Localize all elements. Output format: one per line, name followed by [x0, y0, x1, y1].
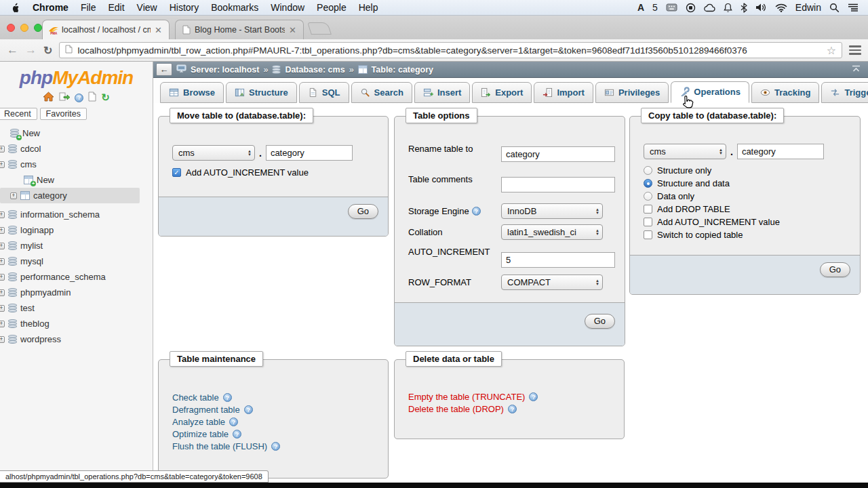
move-table-input[interactable]: [266, 145, 353, 161]
collapse-navigation-button[interactable]: ←: [156, 63, 172, 76]
tab-browse[interactable]: Browse: [160, 82, 224, 103]
forward-button[interactable]: →: [25, 43, 37, 57]
expand-icon[interactable]: [0, 243, 5, 249]
spotlight-search-icon[interactable]: [829, 3, 840, 13]
tree-item-wordpress[interactable]: wordpress: [0, 331, 153, 347]
defragment-table-link[interactable]: Defragment table: [172, 405, 240, 415]
drop-table-link[interactable]: Delete the table (DROP): [408, 404, 504, 414]
breadcrumb-server[interactable]: Server: localhost: [191, 65, 259, 75]
bluetooth-icon[interactable]: [741, 3, 747, 13]
menu-edit[interactable]: Edit: [102, 2, 130, 13]
tree-item-new-table[interactable]: +New: [0, 172, 153, 188]
tree-item-phpmyadmin[interactable]: phpmyadmin: [0, 285, 153, 300]
help-icon[interactable]: ?: [223, 393, 232, 402]
autoincrement-input[interactable]: [501, 252, 615, 268]
browser-tab-blog[interactable]: Blog Home - Start Bootstra ✕: [175, 20, 304, 39]
tree-item-cdcol[interactable]: cdcol: [0, 141, 153, 157]
flush-table-link[interactable]: Flush the table (FLUSH): [172, 441, 267, 451]
optimize-table-link[interactable]: Optimize table: [172, 429, 229, 439]
refresh-icon[interactable]: ↻: [101, 92, 110, 104]
expand-icon[interactable]: [0, 258, 5, 265]
data-only-radio[interactable]: [644, 192, 652, 201]
help-icon[interactable]: ?: [233, 430, 241, 439]
collation-select[interactable]: latin1_swedish_ci▲▼: [501, 224, 603, 240]
menu-bookmarks[interactable]: Bookmarks: [205, 2, 264, 13]
window-close-button[interactable]: [7, 24, 15, 32]
chrome-menu-icon[interactable]: [849, 45, 861, 55]
tab-export[interactable]: Export: [472, 82, 532, 103]
switch-to-copied-checkbox[interactable]: [644, 230, 652, 239]
truncate-table-link[interactable]: Empty the table (TRUNCATE): [408, 392, 525, 402]
help-icon[interactable]: ?: [472, 207, 481, 216]
tree-item-theblog[interactable]: theblog: [0, 316, 153, 331]
menu-help[interactable]: Help: [353, 2, 384, 13]
collapse-topbar-icon[interactable]: [851, 65, 861, 75]
tab-sql[interactable]: SQL: [299, 82, 349, 103]
expand-icon[interactable]: [0, 161, 5, 168]
tree-item-mylist[interactable]: mylist: [0, 238, 153, 253]
analyze-table-link[interactable]: Analyze table: [172, 417, 225, 427]
phpmyadmin-logo[interactable]: phpMyAdmin: [0, 62, 153, 89]
menu-window[interactable]: Window: [264, 2, 311, 13]
engine-select[interactable]: InnoDB▲▼: [501, 203, 603, 219]
comments-input[interactable]: [501, 177, 615, 192]
help-icon[interactable]: ?: [75, 94, 83, 102]
expand-icon[interactable]: [0, 227, 5, 234]
expand-icon[interactable]: [10, 192, 17, 199]
keyboard-icon[interactable]: [666, 3, 677, 12]
tree-item-category[interactable]: category: [0, 188, 140, 203]
url-text[interactable]: localhost/phpmyadmin/tbl_row_action.php#…: [77, 45, 821, 56]
menu-chrome[interactable]: Chrome: [26, 2, 75, 13]
address-bar[interactable]: localhost/phpmyadmin/tbl_row_action.php#…: [59, 42, 842, 58]
help-icon[interactable]: ?: [271, 442, 280, 451]
tab-structure[interactable]: Structure: [226, 82, 297, 103]
copy-db-select[interactable]: cms▲▼: [644, 144, 726, 159]
expand-icon[interactable]: [0, 146, 5, 152]
apple-icon[interactable]: [0, 3, 26, 13]
menu-file[interactable]: File: [75, 2, 102, 13]
expand-icon[interactable]: [0, 321, 5, 327]
expand-icon[interactable]: [0, 289, 5, 296]
structure-only-radio[interactable]: [644, 166, 652, 175]
window-minimize-button[interactable]: [20, 24, 28, 32]
tab-search[interactable]: Search: [351, 82, 412, 103]
tab-insert[interactable]: Insert: [414, 82, 470, 103]
wifi-icon[interactable]: [775, 3, 787, 12]
creative-cloud-icon[interactable]: [704, 3, 715, 12]
structure-and-data-radio[interactable]: [644, 179, 652, 188]
tree-item-mysql[interactable]: mysql: [0, 253, 153, 269]
tab-close-icon[interactable]: ✕: [288, 25, 298, 35]
favorites-dropdown[interactable]: Favorites: [40, 108, 87, 120]
add-drop-table-checkbox[interactable]: [644, 205, 652, 214]
expand-icon[interactable]: [0, 336, 5, 343]
help-icon[interactable]: ?: [529, 392, 538, 401]
back-button[interactable]: ←: [7, 43, 18, 57]
breadcrumb-database[interactable]: Database: cms: [285, 65, 344, 75]
copy-autoincrement-checkbox[interactable]: [644, 218, 652, 226]
reload-button[interactable]: ↻: [43, 44, 52, 57]
home-icon[interactable]: [43, 92, 54, 104]
help-icon[interactable]: ?: [244, 405, 253, 414]
copy-go-button[interactable]: Go: [820, 262, 850, 277]
expand-icon[interactable]: [0, 211, 5, 218]
record-icon[interactable]: [686, 3, 696, 13]
volume-icon[interactable]: [755, 3, 767, 12]
tab-privileges[interactable]: Privileges: [595, 82, 669, 103]
menu-people[interactable]: People: [311, 2, 353, 13]
menubar-username[interactable]: Edwin: [795, 2, 821, 13]
check-table-link[interactable]: Check table: [172, 392, 219, 403]
browser-tab-phpmyadmin[interactable]: PMA localhost / localhost / cms ✕: [42, 20, 170, 39]
adobe-icon[interactable]: A: [637, 2, 644, 13]
tree-item-test[interactable]: test: [0, 300, 153, 316]
menu-history[interactable]: History: [163, 2, 205, 13]
help-icon[interactable]: ?: [229, 418, 238, 426]
tab-import[interactable]: Import: [534, 82, 593, 103]
tree-item-cms[interactable]: cms: [0, 157, 153, 172]
tree-item-new-database[interactable]: +New: [0, 125, 153, 141]
help-icon[interactable]: ?: [508, 405, 517, 413]
tab-tracking[interactable]: Tracking: [751, 82, 819, 103]
breadcrumb-table[interactable]: Table: category: [372, 65, 433, 75]
logout-icon[interactable]: [59, 92, 70, 104]
tab-triggers[interactable]: Triggers: [821, 82, 868, 103]
tab-close-icon[interactable]: ✕: [153, 25, 163, 35]
